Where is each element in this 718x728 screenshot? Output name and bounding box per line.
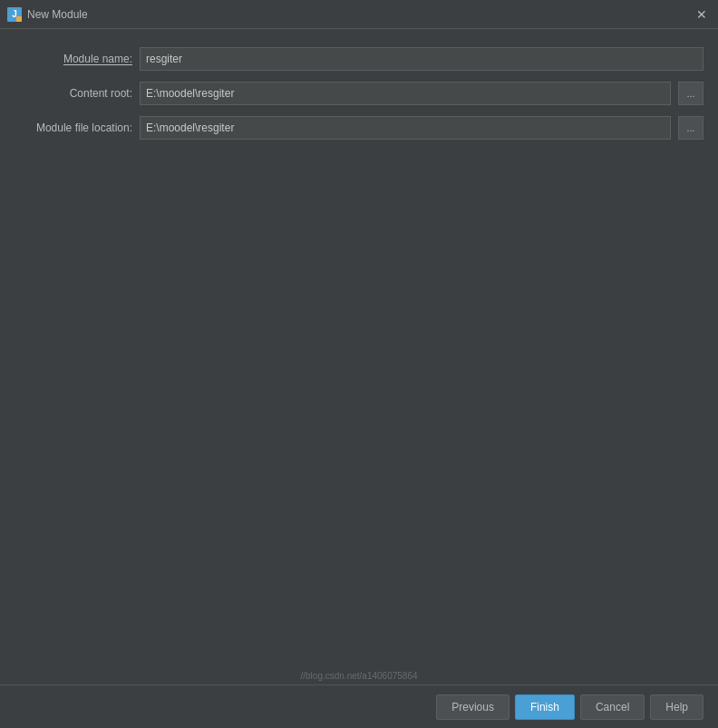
dialog-content: Module name: Content root: ... Module fi…: [0, 29, 718, 684]
content-root-input[interactable]: [140, 82, 671, 105]
content-root-label: Content root:: [15, 87, 132, 100]
title-bar-left: J New Module: [7, 7, 88, 22]
close-button[interactable]: ✕: [693, 5, 711, 24]
dialog-title: New Module: [27, 8, 88, 21]
module-file-location-label: Module file location:: [15, 121, 132, 134]
help-button[interactable]: Help: [650, 694, 703, 720]
module-file-location-input[interactable]: [140, 116, 671, 140]
app-icon: J: [7, 7, 22, 22]
cancel-button[interactable]: Cancel: [580, 694, 645, 720]
title-bar: J New Module ✕: [0, 0, 718, 29]
content-root-browse-button[interactable]: ...: [678, 82, 703, 105]
dialog-window: J New Module ✕ Module name: Content root…: [0, 0, 718, 728]
module-name-row: Module name:: [15, 47, 703, 71]
content-root-row: Content root: ...: [15, 82, 703, 105]
finish-button[interactable]: Finish: [515, 694, 575, 720]
empty-area: [15, 150, 703, 670]
button-bar: Previous Finish Cancel Help: [0, 684, 718, 728]
watermark-text: //blog.csdn.net/a1406075864: [301, 671, 418, 681]
previous-button[interactable]: Previous: [436, 694, 509, 720]
module-name-input[interactable]: [140, 47, 703, 71]
module-name-label: Module name:: [15, 53, 132, 65]
module-file-location-row: Module file location: ...: [15, 116, 703, 140]
module-file-location-browse-button[interactable]: ...: [678, 116, 703, 140]
